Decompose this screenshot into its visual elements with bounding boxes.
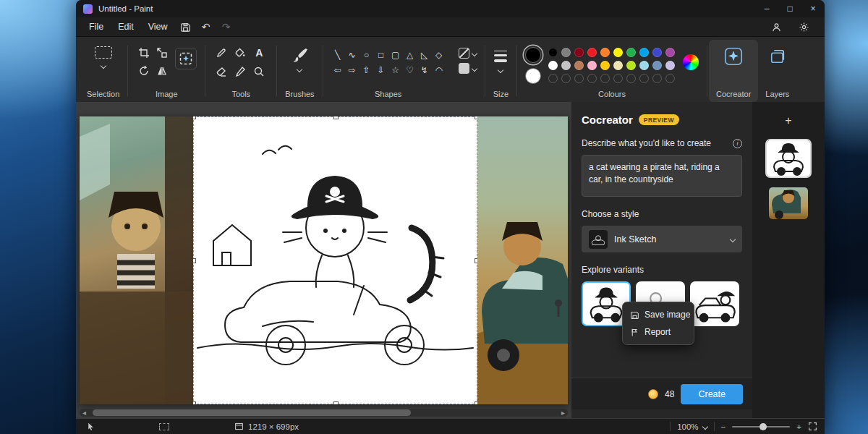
variant-thumbnail-3[interactable]	[690, 281, 739, 326]
eraser-icon[interactable]	[213, 64, 229, 80]
brushes-dropdown-chevron-icon[interactable]	[297, 67, 302, 72]
shape-right-triangle-icon[interactable]: ◺	[418, 48, 431, 62]
save-icon[interactable]	[176, 19, 195, 35]
shape-callout-icon[interactable]: ◠	[433, 63, 446, 77]
menu-view[interactable]: View	[141, 20, 175, 34]
palette-swatch[interactable]	[561, 61, 571, 70]
shape-line-icon[interactable]: ╲	[331, 48, 344, 62]
selection-dropdown-chevron-icon[interactable]	[100, 63, 106, 69]
selection-handle[interactable]	[475, 258, 477, 263]
settings-gear-icon[interactable]	[794, 19, 813, 35]
create-button[interactable]: Create	[681, 384, 743, 404]
selection-handle[interactable]	[193, 258, 196, 263]
minimize-button[interactable]: –	[755, 0, 778, 17]
crop-icon[interactable]	[136, 45, 152, 61]
layer-thumbnail-2[interactable]	[769, 187, 808, 219]
canvas-image-selected-sketch[interactable]	[193, 116, 477, 404]
line-size-icon[interactable]	[494, 51, 507, 62]
scroll-left-icon[interactable]: ◂	[82, 409, 86, 417]
selection-handle[interactable]	[193, 401, 196, 404]
palette-swatch[interactable]	[600, 61, 610, 70]
custom-colour-slot[interactable]	[626, 74, 636, 83]
add-layer-button[interactable]: +	[778, 112, 799, 129]
zoom-level-dropdown[interactable]: 100%	[677, 422, 707, 431]
edit-colours-button[interactable]	[683, 54, 699, 70]
palette-swatch[interactable]	[665, 61, 675, 70]
shape-diamond-icon[interactable]: ◇	[433, 48, 446, 62]
rotate-icon[interactable]	[136, 63, 152, 79]
palette-swatch[interactable]	[639, 48, 649, 57]
selection-tool-icon[interactable]	[95, 46, 112, 59]
shape-heart-icon[interactable]: ♡	[404, 63, 417, 77]
palette-swatch[interactable]	[561, 48, 571, 57]
palette-swatch[interactable]	[587, 61, 597, 70]
colour1-swatch[interactable]	[525, 47, 541, 63]
layer-thumbnail-1[interactable]	[767, 140, 810, 176]
colour2-swatch[interactable]	[525, 68, 541, 84]
canvas-image-right-cat[interactable]	[477, 116, 568, 404]
menu-edit[interactable]: Edit	[111, 20, 141, 34]
custom-colour-slot[interactable]	[639, 74, 649, 83]
selection-handle[interactable]	[475, 116, 477, 119]
palette-swatch[interactable]	[574, 48, 584, 57]
close-button[interactable]: ×	[801, 0, 825, 17]
resize-icon[interactable]	[154, 45, 170, 61]
custom-colour-slot[interactable]	[600, 74, 610, 83]
maximize-button[interactable]: □	[778, 0, 801, 17]
zoom-slider-thumb[interactable]	[760, 423, 767, 430]
palette-swatch[interactable]	[652, 48, 662, 57]
color-picker-icon[interactable]	[232, 64, 248, 80]
fill-bucket-icon[interactable]	[232, 45, 248, 61]
pencil-icon[interactable]	[213, 45, 229, 61]
shape-arrow-right-icon[interactable]: ⇨	[346, 63, 359, 77]
zoom-slider[interactable]	[732, 426, 790, 427]
brushes-group[interactable]: Brushes	[278, 40, 320, 102]
info-icon[interactable]: i	[733, 139, 742, 148]
feedback-icon[interactable]	[767, 19, 786, 35]
shape-arrow-down-icon[interactable]: ⇩	[375, 63, 388, 77]
shape-arrow-up-icon[interactable]: ⇧	[360, 63, 373, 77]
canvas-image-left-cat[interactable]	[80, 116, 193, 404]
palette-swatch[interactable]	[613, 48, 623, 57]
context-menu-report[interactable]: Report	[623, 323, 694, 341]
context-menu-save-image[interactable]: Save image	[623, 306, 694, 323]
custom-colour-slot[interactable]	[652, 74, 662, 83]
palette-swatch[interactable]	[548, 61, 558, 70]
custom-colour-slot[interactable]	[587, 74, 597, 83]
shape-star-icon[interactable]: ☆	[389, 63, 402, 77]
brush-icon[interactable]	[292, 47, 307, 63]
selection-handle[interactable]	[333, 401, 339, 404]
prompt-input[interactable]: a cat wearing a pirate hat, riding a car…	[582, 155, 742, 197]
shape-outline-dropdown[interactable]	[459, 48, 477, 59]
layers-button[interactable]: Layers	[758, 40, 796, 102]
flip-icon[interactable]	[154, 63, 170, 79]
cocreator-button[interactable]: Cocreator	[709, 40, 758, 102]
canvas[interactable]	[80, 116, 568, 404]
palette-swatch[interactable]	[665, 48, 675, 57]
zoom-out-button[interactable]: −	[721, 422, 726, 431]
undo-icon[interactable]: ↶	[197, 19, 216, 35]
text-tool-icon[interactable]: A	[251, 45, 267, 61]
style-dropdown[interactable]: Ink Sketch	[582, 226, 742, 252]
palette-swatch[interactable]	[574, 61, 584, 70]
custom-colour-slot[interactable]	[574, 74, 584, 83]
palette-swatch[interactable]	[626, 61, 636, 70]
horizontal-scrollbar[interactable]: ◂ ▸	[80, 409, 568, 417]
shape-rounded-rectangle-icon[interactable]: ▢	[389, 48, 402, 62]
palette-swatch[interactable]	[548, 48, 558, 57]
background-removal-icon[interactable]	[175, 48, 197, 69]
shape-lightning-icon[interactable]: ↯	[418, 63, 431, 77]
magnifier-icon[interactable]	[251, 64, 267, 80]
palette-swatch[interactable]	[613, 61, 623, 70]
selection-handle[interactable]	[333, 116, 339, 119]
custom-colour-slot[interactable]	[665, 74, 675, 83]
zoom-in-button[interactable]: +	[796, 422, 801, 431]
palette-swatch[interactable]	[587, 48, 597, 57]
custom-colour-slot[interactable]	[613, 74, 623, 83]
scroll-right-icon[interactable]: ▸	[561, 409, 565, 417]
size-group[interactable]: Size	[487, 40, 515, 102]
custom-colour-slot[interactable]	[548, 74, 558, 83]
shape-triangle-icon[interactable]: △	[404, 48, 417, 62]
palette-swatch[interactable]	[652, 61, 662, 70]
palette-swatch[interactable]	[639, 61, 649, 70]
